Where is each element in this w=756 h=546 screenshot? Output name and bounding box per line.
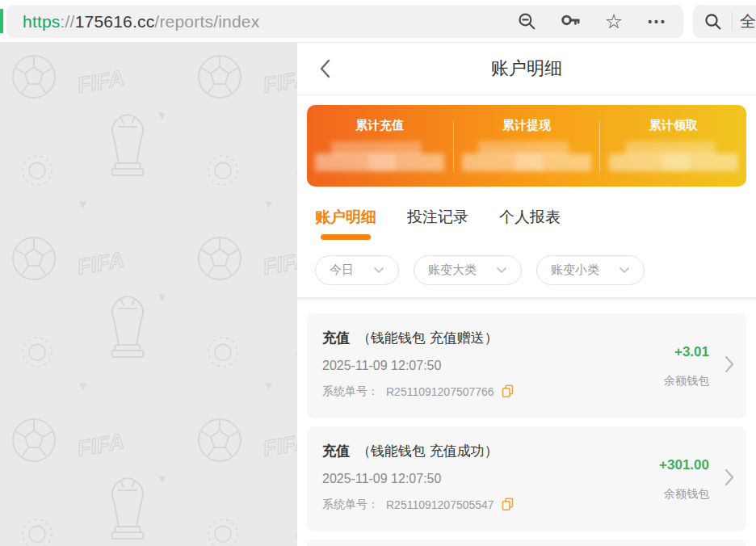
address-bar-actions: ☆ ••• [515,10,669,33]
reports-panel: 账户明细 累计充值 累计提现 累计领取 账户明细 投注记录 个人报表 [297,43,756,546]
transaction-title: 充值（钱能钱包 充值成功） [322,442,625,460]
chevron-down-icon [373,267,384,274]
transaction-datetime: 2025-11-09 12:07:50 [322,472,625,486]
summary-card: 累计充值 累计提现 累计领取 [307,105,746,187]
tab-account-details[interactable]: 账户明细 [315,207,376,242]
url-text[interactable]: https://175616.cc/reports/index [23,12,259,32]
page-title: 账户明细 [491,57,562,81]
transaction-row-partial[interactable] [307,540,746,546]
copy-icon[interactable] [502,384,514,398]
summary-claimed: 累计领取 [600,116,746,175]
copy-icon[interactable] [502,498,514,511]
report-tabs: 账户明细 投注记录 个人报表 [297,207,756,242]
chevron-down-icon [496,267,507,274]
browser-toolbar: https://175616.cc/reports/index ☆ [0,0,756,43]
summary-deposit-value-masked [312,140,447,175]
summary-withdraw-label: 累计提现 [454,118,600,133]
fifa-pattern-graphic: FIFA [0,43,297,546]
extension-icon [0,9,3,33]
chevron-right-icon[interactable] [724,468,734,489]
tab-personal-report[interactable]: 个人报表 [499,207,561,242]
page-body: FIFA [0,43,756,546]
order-label: 系统单号： [322,384,379,399]
transaction-row[interactable]: 充值（钱能钱包 充值成功） 2025-11-09 12:07:50 系统单号：R… [307,426,746,531]
filter-minor-category-dropdown[interactable]: 账变小类 [536,255,645,285]
url-scheme: https [23,12,61,31]
summary-deposit-label: 累计充值 [307,118,453,133]
search-divider [732,12,733,32]
url-path: /reports/index [154,12,259,31]
chevron-right-icon[interactable] [724,355,734,376]
order-number: R2511091207505547 [386,498,494,511]
fifa-wallpaper: FIFA [0,43,297,546]
transaction-amount: +301.00 [659,456,709,472]
zoom-out-icon[interactable] [515,10,538,33]
filter-bar: 今日 账变大类 账变小类 [297,242,756,297]
transaction-desc: （钱能钱包 充值成功） [357,443,498,459]
browser-search-box[interactable]: 全运 [693,5,756,38]
transaction-type: 充值 [322,443,350,459]
url-separator: :// [61,12,75,31]
summary-claimed-value-masked [606,140,741,175]
chevron-down-icon [619,267,630,274]
transaction-list: 充值（钱能钱包 充值赠送） 2025-11-09 12:07:50 系统单号：R… [297,302,756,546]
transaction-title: 充值（钱能钱包 充值赠送） [322,329,625,347]
address-bar[interactable]: https://175616.cc/reports/index ☆ [6,5,683,38]
transaction-desc: （钱能钱包 充值赠送） [357,330,498,346]
url-domain: 175616.cc [75,12,155,31]
transaction-row[interactable]: 充值（钱能钱包 充值赠送） 2025-11-09 12:07:50 系统单号：R… [307,313,746,418]
key-icon[interactable] [559,10,582,33]
summary-withdraw: 累计提现 [454,116,600,175]
order-label: 系统单号： [322,498,379,512]
filter-major-category-dropdown[interactable]: 账变大类 [414,255,522,285]
panel-header: 账户明细 [297,43,756,95]
summary-deposit: 累计充值 [307,116,453,175]
summary-withdraw-value-masked [459,140,594,175]
transaction-order-row: 系统单号：R2511091207507766 [322,384,625,399]
star-icon[interactable]: ☆ [603,10,625,33]
summary-claimed-label: 累计领取 [600,118,746,133]
back-button[interactable] [318,57,332,80]
search-query[interactable]: 全运 [740,10,756,32]
order-number: R2511091207507766 [386,385,494,398]
tab-bet-records[interactable]: 投注记录 [407,207,468,242]
transaction-wallet: 余额钱包 [664,373,709,388]
filter-date-dropdown[interactable]: 今日 [315,255,399,285]
transaction-datetime: 2025-11-09 12:07:50 [322,359,625,373]
transaction-amount: +3.01 [664,343,709,359]
transaction-order-row: 系统单号：R2511091207505547 [322,498,625,512]
transaction-right: +3.01 余额钱包 [664,343,709,388]
more-icon[interactable]: ••• [646,10,669,33]
transaction-wallet: 余额钱包 [659,486,709,501]
transaction-type: 充值 [322,330,350,346]
search-icon [702,10,724,33]
transaction-right: +301.00 余额钱包 [659,456,709,501]
